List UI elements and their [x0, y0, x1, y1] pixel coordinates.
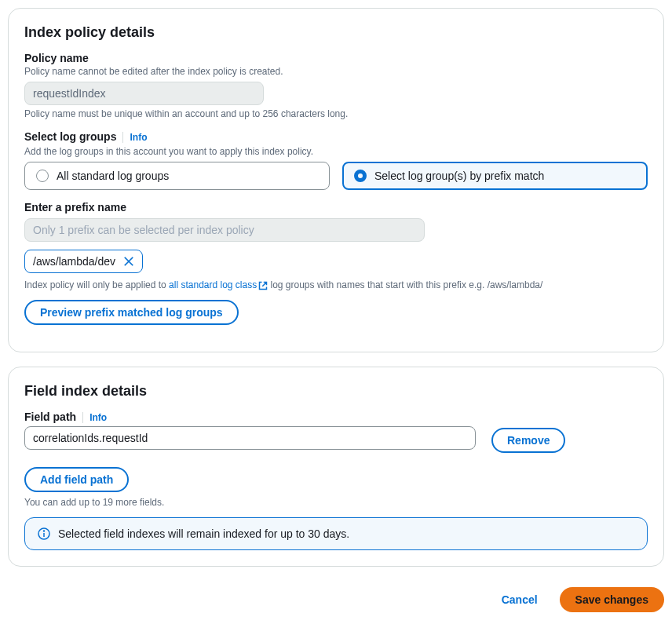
field-path-label: Field path	[24, 411, 76, 423]
panel-title: Index policy details	[24, 24, 648, 41]
radio-all-label: All standard log groups	[57, 170, 169, 182]
prefix-token: /aws/lambda/dev	[24, 250, 143, 273]
prefix-input[interactable]	[24, 218, 425, 242]
info-box: Selected field indexes will remain index…	[24, 517, 648, 550]
svg-point-2	[44, 531, 45, 531]
select-log-groups-group: Select log groups Info Add the log group…	[24, 130, 648, 190]
add-field-path-button[interactable]: Add field path	[24, 467, 129, 492]
select-log-groups-label: Select log groups	[24, 130, 116, 143]
info-box-text: Selected field indexes will remain index…	[58, 527, 349, 540]
field-path-input[interactable]	[24, 426, 476, 450]
external-link-icon	[258, 281, 268, 290]
prefix-note-link-text: all standard log class	[169, 279, 257, 290]
select-log-groups-sublabel: Add the log groups in this account you w…	[24, 146, 648, 157]
prefix-token-value: /aws/lambda/dev	[33, 255, 115, 268]
prefix-note-after: log groups with names that start with th…	[268, 279, 542, 290]
panel-title: Field index details	[24, 383, 648, 400]
footer-actions: Cancel Save changes	[8, 581, 664, 619]
prefix-group: Enter a prefix name /aws/lambda/dev Inde…	[24, 201, 648, 325]
select-log-groups-info-link[interactable]: Info	[122, 132, 147, 143]
field-path-info-link[interactable]: Info	[82, 412, 107, 423]
info-icon	[38, 527, 50, 540]
prefix-label: Enter a prefix name	[24, 201, 648, 213]
policy-name-label: Policy name	[24, 52, 648, 64]
policy-name-sublabel: Policy name cannot be edited after the i…	[24, 66, 648, 77]
index-policy-details-panel: Index policy details Policy name Policy …	[8, 8, 664, 352]
save-changes-button[interactable]: Save changes	[560, 587, 664, 612]
preview-prefix-button[interactable]: Preview prefix matched log groups	[24, 300, 239, 325]
radio-prefix-match[interactable]: Select log group(s) by prefix match	[342, 162, 648, 190]
prefix-note-before: Index policy will only be applied to	[24, 279, 169, 290]
policy-name-hint: Policy name must be unique within an acc…	[24, 108, 648, 119]
cancel-button[interactable]: Cancel	[488, 587, 552, 612]
radio-circle-icon	[36, 170, 49, 182]
remove-field-button[interactable]: Remove	[491, 428, 565, 453]
field-path-hint: You can add up to 19 more fields.	[24, 497, 648, 508]
prefix-note: Index policy will only be applied to all…	[24, 279, 648, 290]
all-standard-log-class-link[interactable]: all standard log class	[169, 279, 268, 290]
policy-name-group: Policy name Policy name cannot be edited…	[24, 52, 648, 119]
close-icon[interactable]	[123, 256, 134, 267]
policy-name-input	[24, 82, 264, 105]
radio-circle-icon	[354, 170, 367, 182]
field-index-details-panel: Field index details Field path Info Remo…	[8, 367, 664, 567]
radio-all-log-groups[interactable]: All standard log groups	[24, 162, 330, 190]
radio-prefix-label: Select log group(s) by prefix match	[374, 170, 544, 182]
